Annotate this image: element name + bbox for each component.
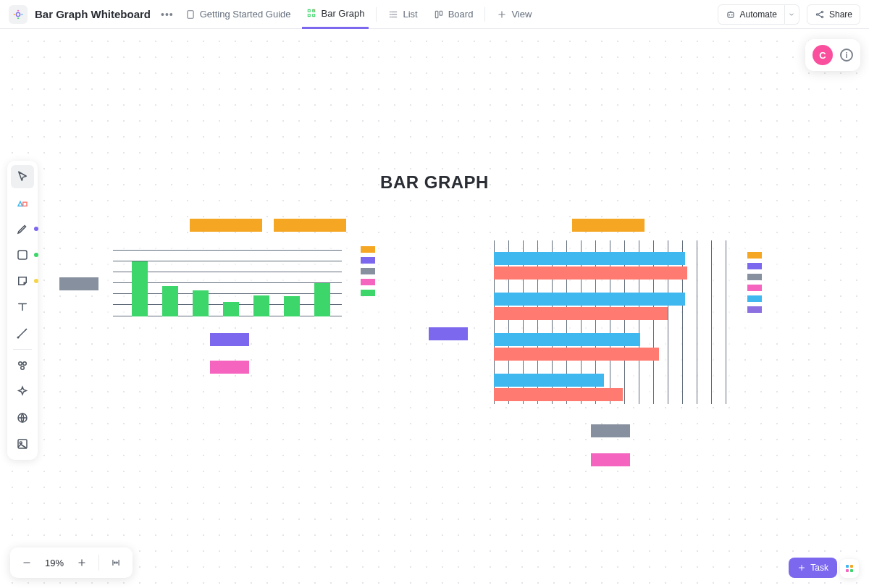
tool-more-shapes[interactable] bbox=[11, 354, 34, 377]
connector-icon bbox=[16, 327, 29, 340]
share-label: Share bbox=[829, 9, 852, 20]
zoom-fit-button[interactable] bbox=[105, 552, 127, 574]
svg-point-17 bbox=[19, 362, 22, 366]
tab-board[interactable]: Board bbox=[429, 0, 478, 29]
avatar[interactable]: C bbox=[813, 45, 833, 65]
whiteboard-canvas[interactable]: BAR GRAPH bbox=[0, 29, 869, 588]
chart2-bar[interactable] bbox=[494, 307, 668, 320]
chart2-title-block[interactable] bbox=[572, 219, 645, 232]
app-logo bbox=[9, 5, 28, 24]
chart1-title-block-1[interactable] bbox=[190, 219, 262, 232]
svg-rect-8 bbox=[728, 12, 734, 17]
svg-point-12 bbox=[821, 11, 823, 12]
tool-rect[interactable] bbox=[11, 243, 34, 266]
legend-swatch bbox=[747, 252, 762, 259]
chart1-legend[interactable] bbox=[361, 246, 375, 296]
tab-label: Board bbox=[448, 9, 474, 20]
svg-point-13 bbox=[821, 16, 823, 17]
automate-dropdown[interactable] bbox=[785, 4, 799, 25]
svg-point-10 bbox=[731, 14, 732, 15]
chart1-bar[interactable] bbox=[314, 283, 330, 316]
chart1-bar[interactable] bbox=[253, 295, 269, 316]
zoom-in-button[interactable] bbox=[71, 552, 93, 574]
zoom-control: 19% bbox=[10, 547, 133, 578]
automate-button[interactable]: Automate bbox=[718, 4, 785, 25]
legend-swatch bbox=[361, 246, 375, 253]
tab-list[interactable]: List bbox=[384, 0, 421, 29]
chart2-legend[interactable] bbox=[747, 252, 762, 313]
share-button[interactable]: Share bbox=[807, 4, 860, 25]
chart2-xlabel-block-1[interactable] bbox=[591, 424, 630, 437]
robot-icon bbox=[726, 9, 736, 20]
chevron-down-icon bbox=[788, 11, 795, 18]
toolbar-separator bbox=[13, 349, 32, 350]
svg-point-19 bbox=[21, 366, 25, 370]
chart1-bar[interactable] bbox=[223, 302, 239, 316]
sticky-icon bbox=[16, 274, 29, 287]
pen-icon bbox=[16, 222, 29, 235]
dot-indicator bbox=[34, 279, 38, 283]
legend-swatch bbox=[361, 268, 375, 274]
minus-icon bbox=[22, 558, 32, 568]
svg-point-22 bbox=[20, 442, 22, 444]
svg-point-16 bbox=[17, 337, 20, 339]
tool-shapes[interactable] bbox=[11, 191, 34, 214]
tab-label: List bbox=[403, 9, 417, 20]
legend-swatch bbox=[361, 290, 375, 296]
tool-text[interactable] bbox=[11, 295, 34, 319]
chart1-bar[interactable] bbox=[162, 286, 178, 316]
collaborator-badge: C i bbox=[805, 39, 860, 71]
svg-point-1 bbox=[17, 9, 19, 11]
image-icon bbox=[16, 437, 29, 450]
chart1-ylabel-block[interactable] bbox=[59, 277, 98, 290]
task-button[interactable]: Task bbox=[789, 558, 837, 578]
legend-swatch bbox=[361, 257, 375, 264]
tool-ai[interactable] bbox=[11, 380, 34, 403]
apps-grid-icon bbox=[846, 565, 853, 572]
legend-swatch bbox=[361, 279, 375, 285]
more-icon[interactable]: ••• bbox=[161, 9, 174, 20]
tool-connector[interactable] bbox=[11, 322, 34, 345]
tool-select[interactable] bbox=[11, 165, 34, 188]
chart2-bar[interactable] bbox=[494, 293, 685, 306]
chart2-bar[interactable] bbox=[494, 388, 623, 401]
zoom-out-button[interactable] bbox=[16, 552, 38, 574]
svg-rect-7 bbox=[440, 11, 442, 15]
tool-sticky[interactable] bbox=[11, 269, 34, 293]
legend-swatch bbox=[747, 285, 762, 291]
chart2-bar[interactable] bbox=[494, 348, 659, 361]
svg-point-2 bbox=[21, 14, 22, 15]
sparkle-icon bbox=[16, 385, 29, 398]
chart2-plot[interactable] bbox=[494, 240, 730, 404]
shapes-icon bbox=[16, 196, 29, 209]
doc-icon bbox=[185, 9, 196, 20]
tab-add-view[interactable]: View bbox=[492, 0, 536, 29]
chart1-xlabel-block-2[interactable] bbox=[210, 361, 249, 374]
chart1-bar[interactable] bbox=[132, 261, 148, 316]
chart2-bar[interactable] bbox=[494, 266, 687, 280]
tool-pen[interactable] bbox=[11, 217, 34, 240]
chart2-bar[interactable] bbox=[494, 333, 640, 346]
tab-getting-started[interactable]: Getting Started Guide bbox=[181, 0, 295, 29]
info-icon[interactable]: i bbox=[840, 49, 853, 62]
tool-image[interactable] bbox=[11, 432, 34, 455]
chart1-plot[interactable] bbox=[113, 250, 342, 316]
chart2-bar[interactable] bbox=[494, 374, 604, 387]
svg-point-9 bbox=[729, 14, 730, 15]
tool-web[interactable] bbox=[11, 406, 34, 429]
globe-icon bbox=[16, 411, 29, 424]
chart1-bar[interactable] bbox=[284, 296, 300, 316]
chart2-bar[interactable] bbox=[494, 252, 685, 265]
more-shapes-icon bbox=[16, 359, 29, 372]
chart2-xlabel-block-2[interactable] bbox=[591, 453, 630, 466]
chart2-ylabel-block[interactable] bbox=[429, 327, 468, 340]
chart1-bar[interactable] bbox=[193, 290, 209, 316]
chart1-title-block-2[interactable] bbox=[274, 219, 346, 232]
chart1-xlabel-block-1[interactable] bbox=[210, 333, 249, 346]
tab-bar-graph[interactable]: Bar Graph bbox=[302, 0, 369, 29]
task-label: Task bbox=[810, 563, 828, 573]
apps-button[interactable] bbox=[840, 559, 859, 578]
share-icon bbox=[815, 9, 825, 20]
tab-label: View bbox=[511, 9, 532, 20]
zoom-value[interactable]: 19% bbox=[41, 558, 68, 568]
